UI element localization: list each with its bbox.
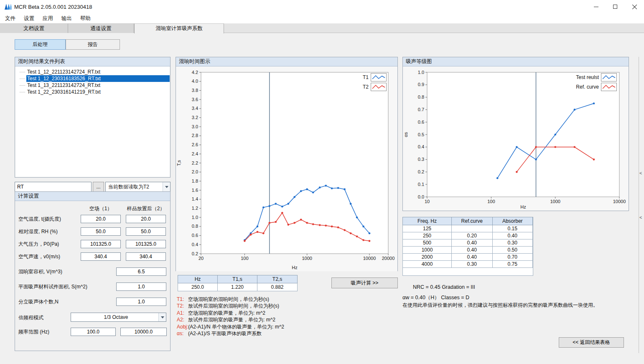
collapse-left-icon[interactable]: < [639,215,642,220]
collapse-left-icon[interactable]: < [639,171,642,176]
calc-settings-title: 计算设置 [15,192,170,201]
freq-range-to-field[interactable] [120,328,167,336]
tree-branch-icon [20,85,25,86]
menu-bar: 文件 设置 应用 输出 帮助 [0,13,644,23]
tab-reverb-room-absorption[interactable]: 混响室计算吸声系数 [134,23,224,33]
rt-name-input[interactable] [15,182,92,192]
rt-file-list-title: 混时间结果文件列表 [15,57,170,66]
maximize-icon [613,5,617,9]
tree-branch-icon [20,92,25,92]
variable-notes: T1:空场混响室的混响时间，单位为秒(s) T2:放试件后混响室的混响时间，单位… [177,296,398,337]
svg-text:0.1: 0.1 [418,182,424,187]
menu-application[interactable]: 应用 [38,13,57,23]
svg-text:1.8: 1.8 [192,178,198,183]
absorber-count-label: 分立吸声体个数,N [18,298,59,306]
table-row: 250.0 1.220 0.882 [178,283,298,291]
menu-file[interactable]: 文件 [1,13,20,23]
svg-text:3.8: 3.8 [192,88,198,93]
list-item[interactable]: Test 1_22_230316141219_RT.txt [15,89,170,95]
air-temperature-field-1[interactable] [81,215,121,223]
svg-text:0.3: 0.3 [418,157,424,162]
ref-curve-line-icon [601,83,617,91]
note-a1: A1:空场混响室的吸声量，单位为: m^2 [177,310,398,316]
absorption-table: Freq. Hz Ref.curve Absorber 1250.15 2500… [402,217,533,268]
col-header-refcurve: Ref.curve [452,217,492,225]
note-aobj: Aobj:(A2-A1)/N 单个物体的吸声量，单位为: m^2 [177,323,398,330]
svg-text:0.6: 0.6 [418,120,424,125]
table-row: 1250.15 [403,225,533,232]
rt-readout-table: Hz T1,s T2,s 250.0 1.220 0.882 [178,275,298,291]
legend-label-test-result: Test reulst [576,74,599,80]
table-row: 2500.200.40 [403,232,533,239]
room-volume-label: 混响室容积, V(m^3) [18,267,62,276]
alpha-w-result-text: αw = 0.40（H） Classes = D [402,294,469,301]
sound-speed-label: 空气声速，v0(m/s) [18,252,60,261]
rt-file-list[interactable]: Test 1_12_221123142724_RT.txt Test 1_12_… [15,66,170,177]
col-header: T1,s [218,275,257,283]
back-to-results-button[interactable]: << 返回结果表格 [559,337,624,348]
freq-range-from-field[interactable] [71,328,116,336]
right-panel-splitter[interactable]: < < [639,57,643,353]
svg-text:100: 100 [487,199,495,204]
pressure-field-1[interactable] [81,240,121,248]
sound-speed-field-2[interactable] [126,252,166,261]
calc-settings-panel: 计算设置 空场（1） 样品放置后（2） 空气温度, t(摄氏度) 相对湿度, R… [15,191,171,351]
room-volume-field[interactable] [116,267,166,276]
absorber-count-field[interactable] [116,298,166,306]
col-header: T2,s [257,275,298,283]
svg-text:0.7: 0.7 [418,107,424,112]
svg-text:20000: 20000 [382,256,395,261]
legend-label-t2: T2 [363,84,369,90]
close-icon [632,5,637,9]
close-button[interactable] [625,0,644,13]
svg-text:0.2: 0.2 [192,251,198,256]
humidity-field-2[interactable] [126,227,166,236]
app-icon [4,3,12,10]
svg-text:3.2: 3.2 [192,115,198,120]
menu-output[interactable]: 输出 [57,13,76,23]
absorption-table-container: Freq. Hz Ref.curve Absorber 1250.15 2500… [402,217,533,276]
svg-text:Hz: Hz [520,204,526,209]
svg-text:10000: 10000 [363,256,376,261]
absorption-calc-button[interactable]: 吸声计算 >> [331,277,398,288]
menu-help[interactable]: 帮助 [76,13,95,23]
list-item[interactable]: Test 1_13_221123142724_RT.txt [15,82,170,89]
sample-area-field[interactable] [116,283,166,291]
list-item-selected[interactable]: Test 1_12_230316183526_RT.txt [15,75,170,82]
test-result-line-icon [601,73,617,81]
legend-label-ref-curve: Ref. curve [576,84,599,90]
t2-line-icon [371,83,387,91]
legend-label-t1: T1 [363,74,369,80]
pressure-field-2[interactable] [126,240,166,248]
pressure-label: 大气压力，P0(Pa) [18,240,59,248]
browse-button[interactable]: ... [93,182,104,192]
svg-text:1.0: 1.0 [418,70,424,75]
svg-text:1000: 1000 [302,256,312,261]
octave-mode-dropdown[interactable]: 1/3 Octave [71,313,166,322]
sample-area-label: 平面吸声材料试件面积, S(m^2) [18,283,87,291]
sound-speed-field-1[interactable] [81,252,121,261]
svg-text:3.0: 3.0 [192,124,198,129]
humidity-label: 相对湿度, RH (%) [18,227,58,236]
tab-document-settings[interactable]: 文档设置 [0,23,68,33]
air-temperature-field-2[interactable] [126,215,166,223]
svg-text:3.4: 3.4 [192,106,198,111]
tab-channel-settings[interactable]: 通道设置 [68,23,134,33]
svg-text:0.4: 0.4 [192,242,198,247]
current-data-dropdown[interactable]: 当前数据读取为T2 [105,182,171,192]
subtab-report[interactable]: 报告 [66,39,120,50]
subtab-postprocess[interactable]: 后处理 [15,39,66,50]
svg-text:10000: 10000 [613,199,626,204]
menu-settings[interactable]: 设置 [20,13,38,23]
svg-text:1.4: 1.4 [192,196,198,201]
humidity-field-1[interactable] [81,227,121,236]
maximize-button[interactable] [606,0,625,13]
list-item[interactable]: Test 1_12_221123142724_RT.txt [15,69,170,75]
rt-chart-panel: 混响时间图示 0.20.40.60.81.01.21.41.61.82.02.2… [176,57,398,271]
svg-text:2.2: 2.2 [192,160,198,165]
minimize-button[interactable] [586,0,606,13]
title-bar: MCR Beta 2.05.0.001 20230418 [0,0,644,13]
svg-text:0.5: 0.5 [418,132,424,137]
reverberation-time-chart[interactable]: 0.20.40.60.81.01.21.41.61.82.02.22.42.62… [176,66,397,271]
svg-text:2.4: 2.4 [192,151,198,156]
